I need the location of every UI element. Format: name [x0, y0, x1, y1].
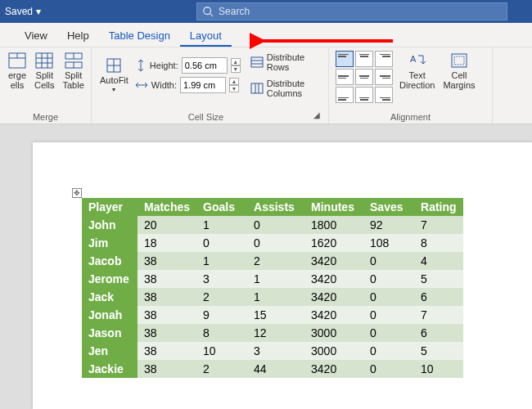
- cell-saves[interactable]: 0: [363, 342, 414, 360]
- cell-player[interactable]: Jason: [82, 324, 138, 342]
- align-mid-center[interactable]: [355, 69, 373, 85]
- cell-matches[interactable]: 18: [138, 234, 196, 252]
- cell-assists[interactable]: 12: [247, 324, 304, 342]
- search-box[interactable]: Search: [196, 2, 507, 20]
- align-bot-left[interactable]: [336, 87, 354, 103]
- cell-player[interactable]: Jack: [82, 288, 138, 306]
- cell-saves[interactable]: 0: [363, 288, 414, 306]
- cell-assists[interactable]: 1: [247, 270, 304, 288]
- cell-assists[interactable]: 0: [247, 216, 304, 234]
- cell-minutes[interactable]: 1620: [304, 234, 363, 252]
- cell-rating[interactable]: 8: [414, 234, 463, 252]
- cell-assists[interactable]: 44: [247, 360, 304, 378]
- align-top-right[interactable]: [375, 51, 393, 67]
- cell-goals[interactable]: 2: [196, 360, 247, 378]
- cell-minutes[interactable]: 3420: [304, 288, 363, 306]
- cell-rating[interactable]: 6: [414, 288, 463, 306]
- table-row[interactable]: Jonah38915342007: [82, 306, 463, 324]
- cell-assists[interactable]: 1: [247, 288, 304, 306]
- cell-player[interactable]: Jackie: [82, 360, 138, 378]
- cell-goals[interactable]: 10: [196, 342, 247, 360]
- distribute-columns-button[interactable]: Distribute Columns: [250, 77, 322, 100]
- align-bot-right[interactable]: [375, 87, 393, 103]
- cell-minutes[interactable]: 3420: [304, 360, 363, 378]
- cell-player[interactable]: Jerome: [82, 270, 138, 288]
- cell-matches[interactable]: 38: [138, 270, 196, 288]
- cell-saves[interactable]: 0: [363, 324, 414, 342]
- cell-assists[interactable]: 0: [247, 234, 304, 252]
- th-saves[interactable]: Saves: [363, 198, 414, 216]
- merge-cells-button[interactable]: erge ells: [7, 51, 28, 92]
- cell-margins-button[interactable]: Cell Margins: [441, 51, 476, 92]
- cell-matches[interactable]: 38: [138, 252, 196, 270]
- th-assists[interactable]: Assists: [247, 198, 304, 216]
- cell-goals[interactable]: 8: [196, 324, 247, 342]
- table-row[interactable]: Jacob3812342004: [82, 252, 463, 270]
- height-spinner[interactable]: ▲▼: [231, 58, 241, 73]
- cell-size-dialog-launcher[interactable]: ◢: [313, 110, 322, 122]
- data-table[interactable]: Player Matches Goals Assists Minutes Sav…: [82, 198, 463, 378]
- text-direction-button[interactable]: A Text Direction: [398, 51, 436, 92]
- cell-rating[interactable]: 5: [414, 270, 463, 288]
- split-table-button[interactable]: Split Table: [61, 51, 85, 92]
- table-row[interactable]: Jason38812300006: [82, 324, 463, 342]
- tab-help[interactable]: Help: [57, 25, 99, 47]
- width-spinner[interactable]: ▲▼: [229, 78, 239, 92]
- cell-goals[interactable]: 1: [196, 252, 247, 270]
- cell-saves[interactable]: 92: [363, 216, 414, 234]
- height-input[interactable]: [182, 57, 228, 74]
- autofit-button[interactable]: AutoFit ▾: [98, 56, 130, 96]
- table-row[interactable]: Jen38103300005: [82, 342, 463, 360]
- table-row[interactable]: Jack3821342006: [82, 288, 463, 306]
- tab-view[interactable]: View: [15, 25, 57, 47]
- table-row[interactable]: John20101800927: [82, 216, 463, 234]
- cell-saves[interactable]: 0: [363, 252, 414, 270]
- cell-assists[interactable]: 3: [247, 342, 304, 360]
- align-bot-center[interactable]: [355, 87, 373, 103]
- cell-goals[interactable]: 2: [196, 288, 247, 306]
- cell-saves[interactable]: 0: [363, 270, 414, 288]
- cell-matches[interactable]: 38: [138, 342, 196, 360]
- th-player[interactable]: Player: [82, 198, 138, 216]
- cell-rating[interactable]: 4: [414, 252, 463, 270]
- cell-saves[interactable]: 0: [363, 360, 414, 378]
- cell-goals[interactable]: 3: [196, 270, 247, 288]
- align-top-center[interactable]: [355, 51, 373, 67]
- cell-matches[interactable]: 38: [138, 288, 196, 306]
- cell-saves[interactable]: 108: [363, 234, 414, 252]
- width-input[interactable]: [180, 77, 226, 93]
- cell-matches[interactable]: 38: [138, 306, 196, 324]
- table-row[interactable]: Jerome3831342005: [82, 270, 463, 288]
- th-matches[interactable]: Matches: [138, 198, 196, 216]
- cell-minutes[interactable]: 3420: [304, 270, 363, 288]
- cell-player[interactable]: John: [82, 216, 138, 234]
- cell-matches[interactable]: 38: [138, 324, 196, 342]
- cell-matches[interactable]: 38: [138, 360, 196, 378]
- cell-player[interactable]: Jonah: [82, 306, 138, 324]
- page[interactable]: ✥ Player Matches Goals Assists Minutes S…: [33, 142, 532, 409]
- cell-player[interactable]: Jim: [82, 234, 138, 252]
- distribute-rows-button[interactable]: Distribute Rows: [250, 51, 322, 74]
- tab-layout[interactable]: Layout: [180, 25, 232, 47]
- cell-minutes[interactable]: 3000: [304, 342, 363, 360]
- cell-goals[interactable]: 9: [196, 306, 247, 324]
- align-mid-left[interactable]: [336, 69, 354, 85]
- cell-saves[interactable]: 0: [363, 306, 414, 324]
- align-top-left[interactable]: [336, 51, 354, 67]
- cell-player[interactable]: Jen: [82, 342, 138, 360]
- table-row[interactable]: Jackie382443420010: [82, 360, 463, 378]
- cell-minutes[interactable]: 3420: [304, 306, 363, 324]
- cell-minutes[interactable]: 1800: [304, 216, 363, 234]
- cell-matches[interactable]: 20: [138, 216, 196, 234]
- cell-minutes[interactable]: 3420: [304, 252, 363, 270]
- cell-rating[interactable]: 6: [414, 324, 463, 342]
- cell-goals[interactable]: 0: [196, 234, 247, 252]
- cell-assists[interactable]: 15: [247, 306, 304, 324]
- th-minutes[interactable]: Minutes: [304, 198, 363, 216]
- table-row[interactable]: Jim180016201088: [82, 234, 463, 252]
- cell-minutes[interactable]: 3000: [304, 324, 363, 342]
- cell-rating[interactable]: 7: [414, 306, 463, 324]
- th-rating[interactable]: Rating: [414, 198, 463, 216]
- cell-goals[interactable]: 1: [196, 216, 247, 234]
- split-cells-button[interactable]: Split Cells: [33, 51, 56, 92]
